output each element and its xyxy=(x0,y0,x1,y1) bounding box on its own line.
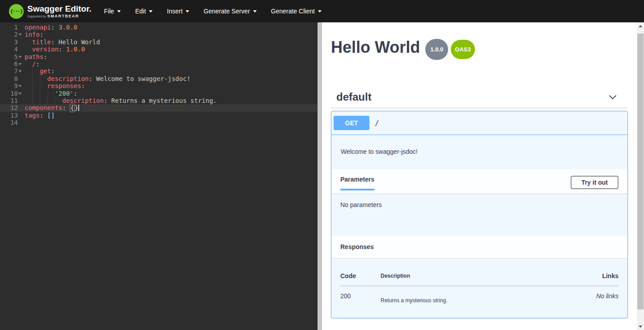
fold-arrow-icon[interactable] xyxy=(18,85,22,87)
code-token: : xyxy=(51,68,55,75)
caret-down-icon xyxy=(318,10,322,13)
editor-line-1[interactable]: 1openapi: 3.0.0 xyxy=(0,24,318,31)
response-code: 200 xyxy=(340,286,381,304)
responses-table-header: Code Description Links xyxy=(340,265,619,286)
menu-generate-server[interactable]: Generate Server xyxy=(196,0,264,22)
editor-line-14[interactable]: 14 xyxy=(0,119,318,126)
response-links: No links xyxy=(560,286,619,304)
parameters-body: No parameters xyxy=(331,193,627,236)
scroll-down-icon[interactable] xyxy=(637,323,644,330)
code-token: : xyxy=(74,90,77,97)
code-token: version xyxy=(32,46,59,53)
indent-guide xyxy=(32,90,40,97)
editor-line-4[interactable]: 4version: 1.0.0 xyxy=(0,46,318,53)
version-badge: 1.0.0 xyxy=(425,39,448,60)
caret-down-icon xyxy=(149,10,153,13)
menu-generate-client[interactable]: Generate Client xyxy=(264,0,329,22)
editor-line-11[interactable]: 11description: Returns a mysterious stri… xyxy=(0,97,318,104)
fold-arrow-icon[interactable] xyxy=(18,63,22,65)
indent-guide xyxy=(40,97,47,104)
caret-down-icon xyxy=(186,10,189,13)
try-it-out-button[interactable]: Try it out xyxy=(571,176,619,189)
fold-arrow-icon[interactable] xyxy=(18,93,22,95)
indent-guide xyxy=(25,90,32,97)
menu-bar: FileEditInsertGenerate ServerGenerate Cl… xyxy=(97,0,329,22)
code-token: title xyxy=(32,38,51,46)
links-column-header: Links xyxy=(560,265,619,286)
scrollbar-thumb[interactable] xyxy=(637,34,644,309)
code-token: : xyxy=(51,24,59,31)
window-scrollbar[interactable] xyxy=(637,22,644,330)
code-token: 3.0.0 xyxy=(59,24,77,31)
tab-parameters[interactable]: Parameters xyxy=(340,176,374,190)
code-editor[interactable]: 1openapi: 3.0.02info:3title: Hello World… xyxy=(0,22,318,330)
opblock-get: GET / Welcome to swagger-jsdoc! Paramete… xyxy=(331,111,628,318)
get-method-badge: GET xyxy=(334,116,369,130)
indent-guide xyxy=(32,75,40,82)
line-number: 7 xyxy=(0,68,21,75)
menu-file[interactable]: File xyxy=(97,0,128,22)
indent-guide xyxy=(25,60,32,68)
editor-line-6[interactable]: 6/: xyxy=(0,60,318,68)
editor-line-2[interactable]: 2info: xyxy=(0,31,318,38)
code-token: paths xyxy=(25,53,43,60)
tag-name: default xyxy=(336,91,372,103)
fold-arrow-icon[interactable] xyxy=(18,56,22,58)
responses-title: Responses xyxy=(340,243,619,250)
editor-line-10[interactable]: 10'200': xyxy=(0,90,318,97)
indent-guide xyxy=(32,68,40,75)
chevron-down-icon[interactable] xyxy=(607,92,618,102)
responses-header: Responses xyxy=(331,236,627,258)
api-title: Hello World1.0.0OAS3 xyxy=(331,39,628,60)
code-token: } xyxy=(75,104,78,111)
caret-down-icon xyxy=(253,10,257,13)
tag-section-default[interactable]: default xyxy=(331,86,628,108)
line-number: 3 xyxy=(0,38,21,46)
indent-guide xyxy=(47,97,55,104)
line-number: 10 xyxy=(0,90,21,97)
opblock-summary[interactable]: GET / xyxy=(331,111,627,135)
response-description: Returns a mysterious string. xyxy=(381,286,560,304)
indent-guide xyxy=(40,75,47,82)
line-number: 13 xyxy=(0,112,21,119)
indent-guide xyxy=(40,90,47,97)
editor-line-3[interactable]: 3title: Hello World xyxy=(0,38,318,46)
editor-line-9[interactable]: 9responses: xyxy=(0,82,318,89)
swagger-editor-logo[interactable]: {···} Swagger Editor. Supported bySMARTB… xyxy=(9,4,92,19)
operation-description: Welcome to swagger-jsdoc! xyxy=(331,135,627,169)
oas3-badge: OAS3 xyxy=(451,40,475,59)
editor-scrollbar[interactable] xyxy=(318,22,322,330)
indent-guide xyxy=(32,97,40,104)
menu-insert[interactable]: Insert xyxy=(160,0,196,22)
active-tab-underline xyxy=(340,189,374,190)
indent-guide xyxy=(25,68,32,75)
scroll-up-icon[interactable] xyxy=(637,22,644,30)
no-parameters-text: No parameters xyxy=(340,201,382,208)
supported-by-text: Supported by xyxy=(27,15,46,18)
line-number: 9 xyxy=(0,82,21,89)
editor-line-13[interactable]: 13tags: [] xyxy=(0,112,318,119)
code-token: info xyxy=(25,31,40,38)
code-token: 1.0.0 xyxy=(66,46,85,53)
text-cursor xyxy=(78,105,79,111)
fold-arrow-icon[interactable] xyxy=(18,34,22,36)
menu-edit[interactable]: Edit xyxy=(128,0,160,22)
line-number: 5 xyxy=(0,53,21,60)
responses-table: Code Description Links 200Returns a myst… xyxy=(340,265,619,304)
line-number: 8 xyxy=(0,75,21,82)
editor-line-5[interactable]: 5paths: xyxy=(0,53,318,60)
fold-arrow-icon[interactable] xyxy=(18,70,22,72)
code-token: : xyxy=(43,53,47,60)
editor-line-7[interactable]: 7get: xyxy=(0,68,318,75)
description-column-header: Description xyxy=(381,265,560,286)
indent-guide xyxy=(47,90,55,97)
code-token: { xyxy=(70,104,74,112)
parameters-label: Parameters xyxy=(340,176,374,183)
indent-guide xyxy=(25,75,32,82)
code-token: : Hello World xyxy=(51,38,100,46)
operation-path: / xyxy=(375,119,379,127)
code-token: : xyxy=(36,60,39,68)
editor-line-8[interactable]: 8description: Welcome to swagger-jsdoc! xyxy=(0,75,318,82)
code-token: : xyxy=(62,104,70,111)
editor-line-12[interactable]: 12components: {} xyxy=(0,104,318,111)
